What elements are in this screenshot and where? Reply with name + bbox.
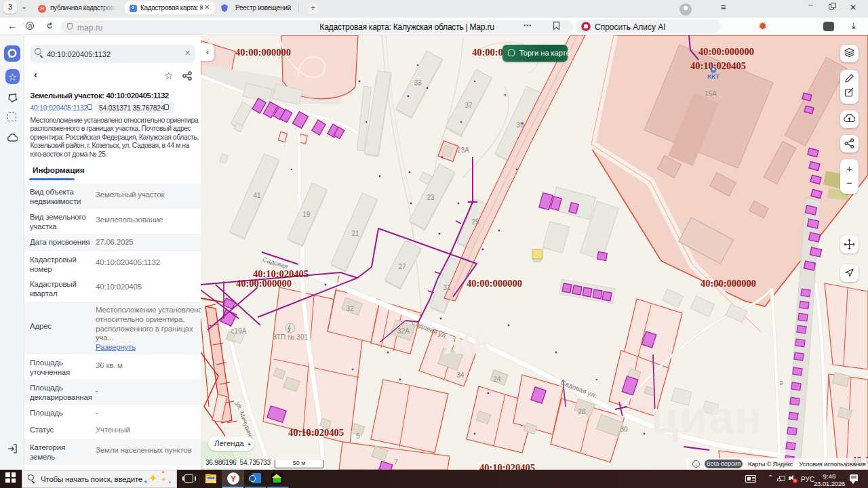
svg-text:27: 27 — [398, 263, 406, 270]
svg-text:28: 28 — [578, 408, 586, 415]
svg-text:37: 37 — [465, 102, 473, 109]
svg-text:15А: 15А — [705, 90, 717, 98]
svg-text:5: 5 — [356, 432, 360, 440]
svg-text:40:00:000000: 40:00:000000 — [467, 278, 522, 289]
svg-text:9: 9 — [779, 380, 783, 386]
svg-text:40:00:000000: 40:00:000000 — [698, 46, 754, 57]
svg-text:40:00:000000: 40:00:000000 — [701, 278, 756, 289]
svg-text:40:10:020405: 40:10:020405 — [690, 60, 746, 71]
svg-text:40:10:020405: 40:10:020405 — [288, 427, 344, 438]
svg-text:34: 34 — [456, 371, 465, 379]
svg-text:40:00:000000: 40:00:000000 — [236, 278, 292, 289]
svg-text:32А: 32А — [397, 327, 410, 335]
svg-text:39: 39 — [516, 121, 524, 129]
svg-text:ККТ: ККТ — [707, 73, 719, 80]
svg-text:33: 33 — [414, 79, 422, 87]
svg-text:19: 19 — [302, 211, 311, 218]
svg-text:7: 7 — [394, 458, 398, 466]
svg-text:ЗТП № 301: ЗТП № 301 — [273, 333, 309, 341]
svg-text:23: 23 — [427, 194, 435, 201]
svg-text:21: 21 — [351, 230, 359, 237]
svg-text:с19А: с19А — [231, 327, 247, 335]
svg-text:жк: жк — [443, 319, 493, 362]
svg-text:циан: циан — [651, 392, 764, 442]
svg-text:32: 32 — [346, 305, 354, 312]
svg-text:30: 30 — [620, 426, 628, 433]
svg-text:31: 31 — [443, 284, 451, 291]
svg-text:24: 24 — [493, 375, 501, 383]
svg-text:41: 41 — [253, 192, 261, 199]
svg-text:23А: 23А — [457, 146, 469, 154]
svg-text:25: 25 — [471, 218, 479, 226]
svg-text:40:00:000000: 40:00:000000 — [235, 47, 291, 58]
svg-text:40:10:020405: 40:10:020405 — [479, 462, 535, 470]
